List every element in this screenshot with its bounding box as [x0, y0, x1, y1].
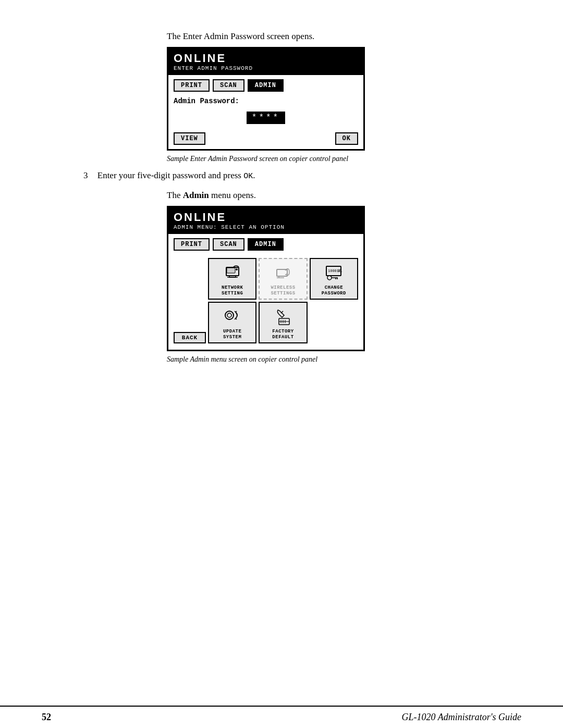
- factory-default-label: FACTORYDEFAULT: [272, 329, 293, 340]
- screen2-tab-scan[interactable]: SCAN: [213, 238, 244, 251]
- admin-bold: Admin: [183, 190, 209, 200]
- admin-menu-screen: ONLINE ADMIN MENU: SELECT AN OPTION PRIN…: [167, 206, 365, 351]
- screen2-body: PRINT SCAN ADMIN BACK: [168, 232, 363, 350]
- network-setting-icon-cell[interactable]: NETWORKSETTING: [208, 258, 256, 300]
- screen2-subtitle: ADMIN MENU: SELECT AN OPTION: [174, 224, 358, 230]
- wireless-settings-icon-cell[interactable]: WIRELESSSETTINGS: [259, 258, 307, 300]
- the-admin-text: The Admin menu opens.: [167, 190, 521, 201]
- wireless-settings-icon: [273, 262, 293, 283]
- password-field: ****: [247, 112, 285, 124]
- screen1-body: PRINT SCAN ADMIN Admin Password: **** VI…: [168, 73, 363, 149]
- svg-rect-4: [227, 268, 235, 273]
- enter-admin-password-screen: ONLINE ENTER ADMIN PASSWORD PRINT SCAN A…: [167, 47, 365, 151]
- page-footer: 52 GL-1020 Administrator's Guide: [0, 706, 563, 728]
- empty-cell-r2c3: [310, 302, 358, 343]
- screen1-view-button[interactable]: VIEW: [174, 132, 205, 145]
- screen1-subtitle: ENTER ADMIN PASSWORD: [174, 65, 358, 71]
- svg-point-3: [236, 268, 238, 270]
- svg-point-11: [327, 276, 332, 280]
- footer-page-number: 52: [42, 712, 51, 723]
- screen1-ok-button[interactable]: OK: [335, 132, 358, 145]
- intro-text: The Enter Admin Password screen opens.: [167, 31, 521, 42]
- svg-point-15: [225, 311, 234, 319]
- screen1-tab-row: PRINT SCAN ADMIN: [174, 79, 358, 92]
- step3-number: 3: [83, 170, 88, 180]
- password-field-container: ****: [174, 112, 358, 124]
- network-setting-icon: [222, 262, 243, 283]
- network-setting-label: NETWORKSETTING: [222, 285, 243, 297]
- svg-text:01: 01: [338, 269, 342, 273]
- update-system-icon: [222, 306, 243, 327]
- update-system-label: UPDATESYSTEM: [223, 329, 241, 340]
- screen1-tab-admin[interactable]: ADMIN: [248, 79, 284, 92]
- wireless-settings-label: WIRELESSSETTINGS: [271, 285, 295, 297]
- password-label: Admin Password:: [174, 97, 358, 105]
- step3-text: 3 Enter your five-digit password and pre…: [83, 170, 521, 181]
- page-container: The Enter Admin Password screen opens. O…: [0, 0, 563, 728]
- svg-point-16: [227, 313, 231, 317]
- screen2-back-button[interactable]: BACK: [174, 332, 206, 343]
- factory-default-icon: [273, 306, 293, 327]
- screen2-tab-print[interactable]: PRINT: [174, 238, 210, 251]
- screen1-title: ONLINE: [174, 52, 358, 65]
- caption2-text: Sample Admin menu screen on copier contr…: [167, 355, 521, 364]
- update-system-icon-cell[interactable]: UPDATESYSTEM: [208, 302, 256, 343]
- change-password-label: CHANGEPASSWORD: [322, 285, 346, 297]
- footer-guide-title: GL-1020 Administrator's Guide: [401, 712, 521, 723]
- change-password-icon: 100016 01: [323, 262, 344, 283]
- step3-instruction: Enter your five-digit password and press…: [97, 170, 255, 180]
- screen2-tab-admin[interactable]: ADMIN: [248, 238, 284, 251]
- caption1-text: Sample Enter Admin Password screen on co…: [167, 155, 521, 163]
- screen2-tab-row: PRINT SCAN ADMIN: [174, 238, 358, 251]
- screen1-tab-scan[interactable]: SCAN: [213, 79, 244, 92]
- screen1-tab-print[interactable]: PRINT: [174, 79, 210, 92]
- factory-default-icon-cell[interactable]: FACTORYDEFAULT: [259, 302, 307, 343]
- screen1-header: ONLINE ENTER ADMIN PASSWORD: [168, 48, 363, 73]
- screen2-title: ONLINE: [174, 211, 358, 224]
- screen1-bottom-btns: VIEW OK: [174, 132, 358, 145]
- screen2-header: ONLINE ADMIN MENU: SELECT AN OPTION: [168, 207, 363, 232]
- step3-ok-label: OK: [243, 172, 253, 181]
- change-password-icon-cell[interactable]: 100016 01 CHANGEPASSWORD: [310, 258, 358, 300]
